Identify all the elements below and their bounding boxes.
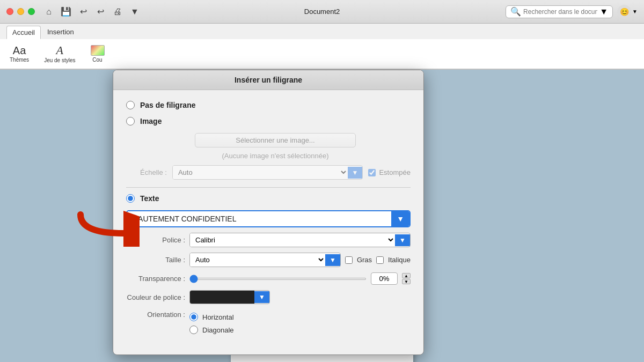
taille-dropdown-icon[interactable]: ▼ (325, 254, 340, 266)
user-avatar[interactable]: 😊 (617, 5, 631, 19)
estompee-label: Estompée (379, 168, 411, 176)
diagonale-label: Diagonale (202, 326, 234, 334)
no-watermark-radio[interactable] (126, 101, 135, 109)
texte-value-input[interactable] (127, 211, 391, 226)
italique-checkbox[interactable] (376, 256, 384, 264)
dialog-content: Pas de filigrane Image Sélectionner une … (113, 90, 423, 354)
maximize-button[interactable] (28, 8, 35, 15)
image-row: Image (126, 117, 411, 125)
image-label: Image (140, 117, 162, 125)
couleur-label: Couleur de police : (126, 293, 185, 301)
arrow-container (75, 204, 140, 249)
no-watermark-row: Pas de filigrane (126, 101, 411, 109)
styles-icon: A (56, 45, 63, 56)
print-icon[interactable]: 🖨 (111, 5, 124, 18)
color-swatch-wrapper: ▼ (189, 290, 270, 304)
color-swatch[interactable] (190, 291, 254, 304)
tab-accueil[interactable]: Accueil (6, 26, 41, 39)
taille-select[interactable]: Auto (190, 253, 325, 267)
ribbon-themes[interactable]: Aa Thèmes (6, 43, 32, 64)
toolbar-icons: ⌂ 💾 ↩ ↩ 🖨 ▼ (42, 5, 141, 18)
search-bar[interactable]: 🔍 ▼ (506, 5, 613, 18)
texte-dropdown-button[interactable]: ▼ (391, 211, 409, 226)
scale-select-wrapper: Auto ▼ (172, 165, 363, 180)
slider-down-button[interactable]: ▼ (402, 279, 411, 284)
slider-up-button[interactable]: ▲ (402, 273, 411, 278)
no-watermark-label: Pas de filigrane (140, 101, 195, 109)
scale-row: Échelle : Auto ▼ Estompée (140, 165, 411, 180)
watermark-dialog: Insérer un filigrane Pas de filigrane Im… (113, 70, 424, 355)
scale-dropdown-icon[interactable]: ▼ (348, 167, 363, 179)
taille-row: Taille : Auto ▼ Gras Italique (126, 253, 411, 267)
couleur-row: Couleur de police : ▼ (126, 290, 411, 304)
taille-label: Taille : (126, 256, 185, 264)
transparence-row: Transparence : ▲ ▼ (126, 272, 411, 285)
themes-icon: Aa (13, 45, 26, 56)
estompee-row: Estompée (368, 168, 411, 176)
themes-label: Thèmes (10, 57, 29, 63)
slider-container: ▲ ▼ (189, 272, 411, 285)
texte-dropdown-row: ▼ (126, 210, 411, 227)
police-select-wrapper: Calibri ▼ (189, 233, 411, 247)
traffic-lights (6, 8, 35, 15)
undo2-icon[interactable]: ↩ (94, 5, 107, 18)
dialog-title: Insérer un filigrane (113, 70, 423, 90)
main-area: Servez à ce monsieur une bière et des ki… (0, 70, 644, 362)
cou-label: Cou (92, 57, 102, 63)
image-radio[interactable] (126, 117, 135, 125)
gras-checkbox[interactable] (345, 256, 353, 264)
image-section: Sélectionner une image... (Aucune image … (140, 133, 411, 180)
orientation-label: Orientation : (126, 311, 185, 319)
slider-arrows: ▲ ▼ (402, 273, 411, 284)
gras-label: Gras (357, 256, 372, 264)
undo-icon[interactable]: ↩ (77, 5, 90, 18)
title-bar: ⌂ 💾 ↩ ↩ 🖨 ▼ Document2 🔍 ▼ 😊 ▼ (0, 0, 644, 24)
horizontal-radio[interactable] (189, 313, 198, 321)
police-row: Police : Calibri ▼ (126, 233, 411, 247)
more-icon[interactable]: ▼ (128, 5, 141, 18)
scale-select[interactable]: Auto (173, 166, 348, 179)
color-dropdown-button[interactable]: ▼ (254, 291, 269, 303)
home-icon[interactable]: ⌂ (42, 5, 55, 18)
red-arrow-icon (75, 204, 140, 247)
texte-input-wrapper: ▼ (126, 210, 411, 227)
color-swatch-icon (91, 45, 105, 56)
select-image-button[interactable]: Sélectionner une image... (195, 133, 356, 147)
horizontal-label: Horizontal (202, 313, 234, 321)
estompee-checkbox[interactable] (368, 169, 376, 176)
diagonale-option: Diagonale (189, 326, 234, 334)
ribbon-content: Aa Thèmes A Jeu de styles Cou (0, 39, 644, 69)
section-divider (126, 187, 411, 188)
user-dropdown-icon[interactable]: ▼ (632, 9, 638, 14)
scale-label: Échelle : (140, 168, 167, 176)
texte-row: Texte (126, 194, 411, 203)
texte-label: Texte (140, 194, 159, 203)
taille-select-wrapper: Auto ▼ (189, 253, 341, 267)
transparence-label: Transparence : (126, 275, 185, 283)
search-dropdown-icon[interactable]: ▼ (599, 7, 608, 17)
diagonale-radio[interactable] (189, 326, 198, 334)
save-icon[interactable]: 💾 (60, 5, 72, 18)
search-input[interactable] (523, 8, 597, 16)
styles-label: Jeu de styles (44, 57, 75, 63)
texte-radio[interactable] (126, 194, 135, 203)
search-icon: 🔍 (510, 6, 521, 17)
transparence-value-input[interactable] (371, 272, 398, 285)
orientation-row: Orientation : Horizontal Diagonale (126, 309, 411, 338)
tab-insertion[interactable]: Insertion (42, 26, 79, 39)
horizontal-option: Horizontal (189, 313, 234, 321)
police-select[interactable]: Calibri (190, 233, 395, 247)
ribbon-cou[interactable]: Cou (87, 43, 108, 64)
color-picker-row: ▼ (189, 290, 270, 304)
document-title: Document2 (304, 8, 340, 16)
minimize-button[interactable] (17, 8, 24, 15)
police-dropdown-icon[interactable]: ▼ (395, 234, 410, 246)
transparence-slider[interactable] (189, 278, 367, 280)
ribbon-styles[interactable]: A Jeu de styles (41, 43, 78, 65)
close-button[interactable] (6, 8, 13, 15)
italique-label: Italique (388, 256, 411, 264)
orientation-section: Horizontal Diagonale (189, 313, 234, 338)
image-hint: (Aucune image n'est sélectionnée) (140, 152, 411, 160)
